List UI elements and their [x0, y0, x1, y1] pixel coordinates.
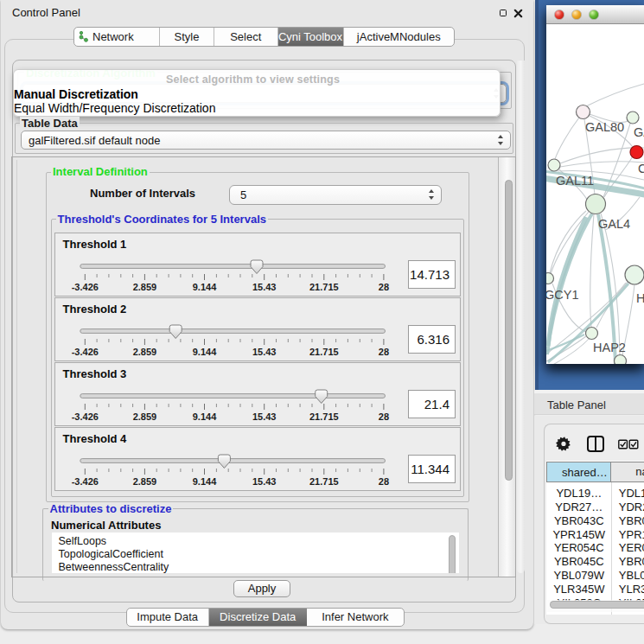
svg-text:28: 28: [378, 282, 388, 292]
svg-text:9.144: 9.144: [192, 282, 216, 292]
svg-text:9.144: 9.144: [192, 476, 216, 487]
svg-text:28: 28: [378, 411, 388, 422]
svg-text:-3.426: -3.426: [71, 411, 98, 422]
svg-text:GAL80: GAL80: [585, 120, 624, 134]
svg-text:15.43: 15.43: [252, 411, 277, 422]
svg-text:21.715: 21.715: [309, 476, 339, 487]
svg-text:28: 28: [378, 347, 388, 357]
svg-text:GA: GA: [634, 125, 644, 139]
svg-text:2.859: 2.859: [132, 411, 156, 422]
svg-text:GAL11: GAL11: [556, 174, 594, 188]
svg-text:2.859: 2.859: [132, 282, 156, 292]
svg-text:15.43: 15.43: [252, 476, 277, 487]
svg-text:21.715: 21.715: [309, 347, 339, 357]
svg-text:15.43: 15.43: [252, 282, 277, 292]
svg-text:GCY1: GCY1: [546, 288, 579, 302]
svg-text:2.859: 2.859: [132, 347, 156, 357]
svg-text:HAP2: HAP2: [593, 341, 626, 354]
svg-text:9.144: 9.144: [192, 347, 216, 357]
svg-text:GAL4: GAL4: [598, 217, 630, 231]
svg-text:28: 28: [378, 476, 388, 487]
svg-text:-3.426: -3.426: [71, 347, 98, 357]
svg-text:H: H: [636, 291, 644, 305]
svg-text:C: C: [638, 162, 644, 175]
svg-text:-3.426: -3.426: [71, 476, 98, 487]
svg-text:15.43: 15.43: [252, 347, 277, 357]
svg-text:2.859: 2.859: [132, 476, 156, 487]
svg-text:21.715: 21.715: [309, 411, 339, 422]
svg-text:21.715: 21.715: [309, 282, 339, 292]
svg-text:-3.426: -3.426: [71, 282, 98, 292]
svg-text:9.144: 9.144: [192, 411, 216, 422]
